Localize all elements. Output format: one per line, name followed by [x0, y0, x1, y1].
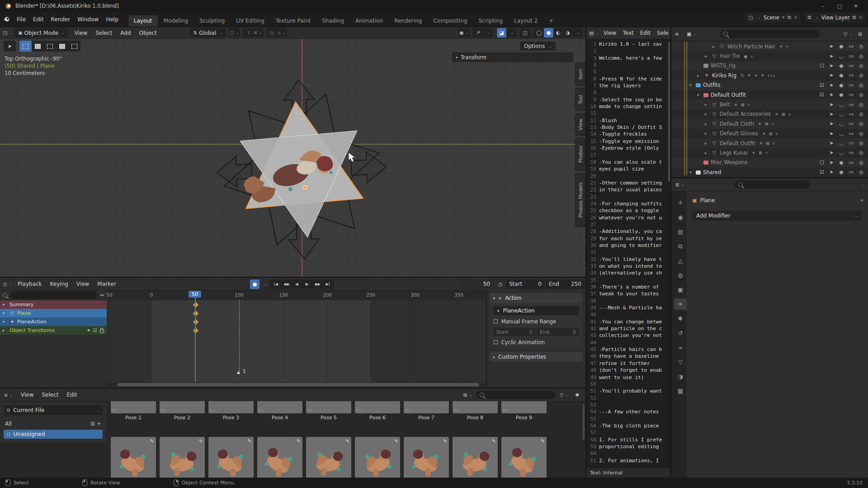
pose-asset-cell[interactable]: ✎ Pose 11 [160, 437, 205, 478]
sidebar-tab-tool[interactable]: Tool [575, 88, 585, 111]
exclude-checkbox[interactable]: ☑ [817, 92, 826, 98]
playback-button[interactable]: ▶| [323, 280, 333, 289]
disclosure-icon[interactable]: ▸ [705, 131, 711, 136]
text-scrollbar[interactable] [668, 42, 670, 182]
disclosure-icon[interactable]: ▸ [705, 102, 711, 107]
properties-tab[interactable]: ∞ [674, 342, 687, 353]
outliner-row[interactable]: ▸ ▽ Default Accessories ✴ ⊞ ▿ ➤ ◡ ▭ ◎ [671, 109, 868, 119]
disable-viewport-icon[interactable]: ▭ [846, 92, 856, 98]
outliner[interactable]: ≡⌄ ▣⌄ ▽⌄ ⊞ ▸ ▽ Witch Particle Hair ✴ ▿ ➤ [670, 27, 868, 177]
pose-thumbnail-cropped[interactable]: ∷◦ [453, 401, 498, 413]
checkbox-unchecked-icon[interactable]: ☐ [493, 339, 498, 346]
scrollbar-thumb[interactable] [118, 383, 479, 386]
selectable-toggle-icon[interactable]: ➤ [826, 121, 836, 127]
disable-render-camera-icon[interactable]: ◎ [856, 102, 866, 108]
pose-asset-cell[interactable]: ✎ Pose 12 [208, 437, 254, 478]
snap-settings-icon[interactable]: ⌗⌄ [253, 28, 263, 38]
workspace-tab[interactable]: Modeling [158, 15, 194, 27]
unlink-icon[interactable]: ✕ [794, 15, 797, 20]
view-layer-selector[interactable]: ⧉⌄ View Layer ⧉ ✕ [805, 13, 865, 23]
copy-icon[interactable]: ⧉ [853, 14, 856, 20]
checkbox-unchecked-icon[interactable]: ☐ [493, 318, 498, 325]
disable-render-camera-icon[interactable]: ◎ [856, 92, 866, 98]
menu-item[interactable]: Window [74, 15, 102, 24]
text-menu-item[interactable]: Sele [656, 28, 670, 38]
select-box-new-button[interactable] [19, 41, 32, 52]
disable-render-camera-icon[interactable]: ◎ [856, 43, 866, 49]
disable-render-camera-icon[interactable]: ◎ [856, 121, 866, 127]
datablock-name[interactable]: Misc Weapons [711, 159, 748, 166]
hide-viewport-eye-icon[interactable]: ◡ [836, 150, 846, 156]
datablock-name[interactable]: Kiriko Rig [712, 72, 736, 79]
editor-type-icon[interactable]: ▤⌄ [589, 28, 599, 38]
channel-object-transforms[interactable]: ▸ Object Transforms ✴ ☑ [0, 326, 107, 335]
scene-objects[interactable] [170, 57, 433, 277]
asset-grid[interactable]: ∷◦ Pose 1 ∷◦ Pose 2 ∷◦ [106, 401, 585, 478]
editor-type-icon[interactable]: ⧈⌄ [4, 390, 13, 400]
disclosure-icon[interactable]: ▾ [689, 170, 696, 175]
close-button[interactable]: ✕ [848, 1, 863, 11]
playhead[interactable] [195, 290, 196, 382]
disclosure-icon[interactable]: ▾ [3, 320, 7, 324]
copy-icon[interactable]: ⧉ [788, 14, 791, 20]
gear-icon[interactable]: ✱ [572, 390, 582, 400]
selectable-toggle-icon[interactable]: ➤ [826, 140, 836, 146]
disable-viewport-icon[interactable]: ▭ [846, 121, 856, 127]
gizmos-icon[interactable]: ↗ [473, 28, 483, 38]
properties-tab[interactable]: ◍ [674, 270, 687, 281]
exclude-checkbox[interactable]: ☐ [817, 63, 826, 69]
outliner-row[interactable]: ▸ ▽ Default Outfit ✴ ⊞ ▿ ➤ ◡ ▭ ◎ [671, 138, 868, 148]
disclosure-icon[interactable]: ▾ [697, 93, 703, 97]
datablock-name[interactable]: Legs Kunai [720, 150, 748, 156]
disclosure-icon[interactable]: ▸ [3, 328, 7, 332]
shading-material-icon[interactable]: ◐ [553, 28, 563, 38]
pose-thumbnail[interactable]: ✎ [404, 437, 449, 478]
properties-tab[interactable]: ◉ [674, 212, 687, 223]
asset-source-selector[interactable]: ⧉ Current File ⌄ [4, 405, 103, 415]
disclosure-icon[interactable]: ▸ [705, 112, 711, 116]
exclude-checkbox[interactable]: ☑ [817, 82, 826, 88]
pose-asset-cell[interactable]: ∷◦ Pose 9 [501, 401, 547, 421]
pose-thumbnail[interactable]: ✎ [501, 437, 547, 478]
hide-viewport-eye-icon[interactable]: ◡ [836, 140, 846, 146]
select-box-extend-button[interactable] [32, 41, 44, 52]
properties-editor[interactable]: ≣⌄ ⌄ ✛◉▤⧉◬◍▣✴✱↺∞▽◑▦ ▣ Plane ⌖ Add Modifi… [670, 177, 868, 478]
chevron-down-icon[interactable]: ⌄ [861, 183, 864, 187]
selectable-toggle-icon[interactable]: ➤ [826, 53, 836, 59]
pose-thumbnail[interactable]: ✎ [160, 437, 205, 478]
hide-viewport-eye-icon[interactable]: ◡ [836, 111, 846, 117]
outliner-row[interactable]: ▸ ▽ Default Cloth ✴ ⊞ ▿ ➤ ◡ ▭ ◎ [671, 119, 868, 128]
disable-viewport-icon[interactable]: ▭ [846, 72, 856, 78]
asset-scrollbar[interactable] [583, 404, 585, 440]
pose-asset-cell[interactable]: ✎ Pose 18 [501, 437, 547, 478]
select-box-intersect-button[interactable] [68, 41, 80, 52]
action-start-field[interactable]: Start 0 [493, 328, 536, 336]
viewport-menu-item[interactable]: Add [117, 28, 134, 38]
workspace-tab[interactable]: Animation [350, 15, 388, 27]
pose-asset-cell[interactable]: ∷◦ Pose 7 [404, 401, 449, 421]
catalog-all-row[interactable]: All ⊞ + [4, 421, 103, 427]
pose-thumbnail[interactable]: ✎ [257, 437, 302, 478]
selectable-toggle-icon[interactable]: ➤ [826, 111, 836, 117]
custom-properties-panel-header[interactable]: ▸ Custom Properties [490, 352, 583, 362]
workspace-tab[interactable]: Scripting [473, 15, 508, 27]
filter-icon[interactable]: ▽⌄ [843, 29, 853, 39]
xray-toggle-icon[interactable]: ◫ [520, 28, 530, 38]
disable-viewport-icon[interactable]: ▭ [846, 111, 856, 117]
hide-viewport-eye-icon[interactable]: ◉ [836, 160, 846, 166]
hide-viewport-eye-icon[interactable]: ◉ [836, 63, 846, 69]
properties-tab[interactable]: ⧉ [674, 241, 687, 252]
selectable-toggle-icon[interactable]: ➤ [826, 102, 836, 108]
hide-viewport-eye-icon[interactable]: ◉ [836, 82, 846, 88]
transform-panel-header[interactable]: ▸ Transform [452, 52, 573, 62]
properties-tab[interactable]: ↺ [674, 327, 687, 339]
datablock-name[interactable]: Belt [720, 101, 730, 108]
selectable-toggle-icon[interactable]: ➤ [826, 82, 836, 88]
workspace-tab[interactable]: Layout [128, 15, 158, 27]
disable-viewport-icon[interactable]: ▭ [846, 169, 856, 175]
disclosure-icon[interactable]: ▸ [712, 44, 719, 49]
disable-viewport-icon[interactable]: ▭ [846, 150, 856, 156]
playback-button[interactable]: ◀ [292, 280, 302, 289]
outliner-row[interactable]: ▾ Shared ☑ ➤ ◉ ▭ ◎ [671, 167, 868, 177]
overlays-icon[interactable]: ◪ [497, 28, 506, 38]
